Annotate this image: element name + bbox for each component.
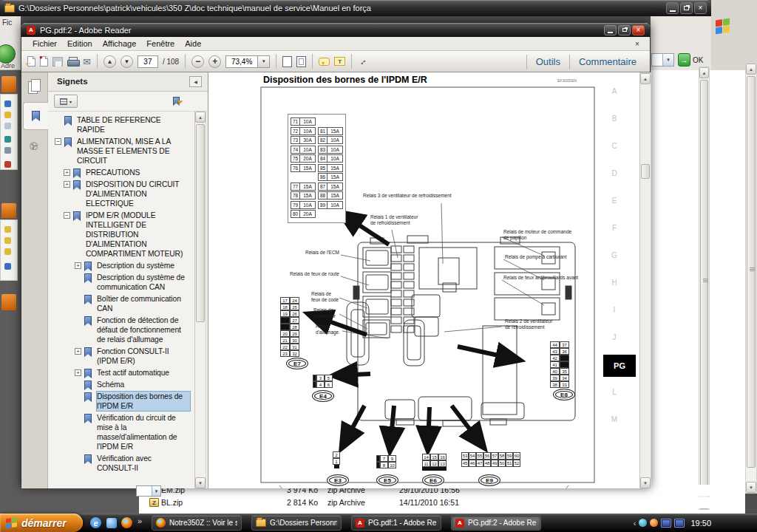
scroll-up-icon[interactable]: ▲ [640,73,651,84]
bookmark-item[interactable]: Schéma [48,380,194,389]
email-icon[interactable]: ✉ [83,57,91,66]
panel-splitter[interactable] [208,72,208,488]
bookmarks-panel-tab[interactable] [23,102,48,130]
bookmark-item[interactable]: +Description du système [48,261,194,270]
comment-button[interactable]: Commentaire [576,56,639,67]
quick-launch-overflow-icon[interactable]: » [138,516,142,525]
tray-app-icon[interactable] [639,519,647,527]
network-icon[interactable] [674,519,685,528]
scroll-down-icon[interactable]: ▼ [746,482,756,493]
chevron-down-icon[interactable]: ▾ [662,54,673,66]
bookmark-item[interactable]: Fonction de détection de défaut de fonct… [48,316,194,344]
reader-close-button[interactable]: × [632,25,645,35]
highlight-text-icon[interactable]: T [334,57,345,66]
menu-affichage[interactable]: Affichage [98,38,142,49]
attachments-panel-icon[interactable]: ✇ [27,139,41,154]
new-bookmark-icon[interactable]: ➤ [173,95,188,108]
tray-update-icon[interactable] [650,519,658,527]
menu-fichier[interactable]: Fichier [27,38,62,49]
pages-panel-icon[interactable] [31,79,41,92]
menu-aide[interactable]: Aide [180,38,206,49]
collapse-panel-icon[interactable]: ◀ [189,76,202,87]
chevron-down-icon[interactable]: ▾ [152,486,160,496]
menu-fenêtre[interactable]: Fenêtre [141,38,180,49]
bookmark-item[interactable]: Boîtier de communication CAN [48,294,194,313]
task-pane-header[interactable] [1,294,16,310]
task-pane-header[interactable] [1,203,16,218]
internet-explorer-icon[interactable]: e [90,517,101,528]
bookmark-item[interactable]: Disposition des bornes de l'IPDM E/R [48,392,194,411]
taskbar-button[interactable]: G:\Dossiers Personne... [251,515,342,531]
scroll-down-icon[interactable]: ▼ [640,477,651,488]
bookmark-item[interactable]: +DISPOSITION DU CIRCUIT D'ALIMENTATION E… [48,180,194,208]
document-close-icon[interactable]: × [632,38,642,49]
file-filter-dropdown[interactable]: ▾ [136,485,161,497]
firefox-icon[interactable] [121,517,132,528]
taskbar-button[interactable]: Notre350Z :: Voir le s... [152,515,242,531]
section-tab-active[interactable]: PG [603,355,636,377]
bookmark-item[interactable]: +Fonction CONSULT-II (IPDM E/R) [48,347,194,366]
taskbar-button[interactable]: APG.pdf:2 - Adobe Re... [451,515,541,531]
bookmark-item[interactable]: Vérification du circuit de mise à la mas… [48,413,194,451]
print-icon[interactable] [67,57,78,66]
scroll-up-icon[interactable]: ▲ [195,112,206,123]
comment-bubble-icon[interactable] [319,58,330,66]
scroll-up-icon[interactable]: ▲ [746,64,756,75]
page-view-icon[interactable] [282,56,292,67]
page-number-input[interactable] [138,55,158,68]
scrollbar-thumb[interactable] [747,76,756,468]
file-name[interactable]: BL.zip [161,498,183,507]
explorer-scrollbar[interactable]: ▲ ▼ [745,63,757,494]
expander-minus-icon[interactable]: − [55,138,61,145]
reader-minimize-button[interactable] [604,25,617,35]
zoom-in-icon[interactable]: + [208,55,221,68]
reader-titlebar[interactable]: A PG.pdf:2 - Adobe Reader × [21,23,650,37]
previous-page-icon[interactable]: ▲ [103,55,116,68]
bookmark-item[interactable]: −ALIMENTATION, MISE A LA MASSE ET ELEMEN… [48,137,194,166]
taskbar-button[interactable]: APG.pdf:1 - Adobe Re... [351,515,441,531]
explorer-restore-button[interactable] [680,2,693,14]
file-row[interactable]: ZBL.zip2 814 Kozip Archive14/11/2010 16:… [139,497,745,508]
fullscreen-icon[interactable]: ↔ [356,55,369,68]
zoom-level[interactable]: 73,4% [225,55,258,68]
explorer-minimize-button[interactable] [666,2,679,14]
explorer-titlebar[interactable]: G:\Dossiers Personnels\patrick\vehicules… [0,0,711,16]
scrollbar-thumb[interactable] [196,124,205,322]
bookmark-options-button[interactable]: ▾ [54,95,78,108]
save-icon[interactable] [52,57,63,66]
create-pdf-icon[interactable]: ● [40,56,48,66]
address-dropdown[interactable]: ▾ [651,53,674,66]
task-pane-header[interactable] [1,76,16,92]
scroll-up-icon[interactable]: ▲ [699,67,709,78]
tray-collapse-icon[interactable]: ‹ [634,519,637,528]
network-icon[interactable] [661,519,671,528]
document-pane[interactable]: Disposition des bornes de l'IPDM E/R EKS… [208,72,639,488]
bookmark-item[interactable]: Description du système de communication … [48,273,194,292]
bookmark-item[interactable]: −IPDM E/R (MODULE INTELLIGENT DE DISTRIB… [48,211,194,259]
document-scrollbar[interactable]: ▲ ▼ [639,72,651,488]
explorer-close-button[interactable]: × [694,2,707,14]
bookmark-item[interactable]: +PRECAUTIONS [48,168,194,177]
scroll-down-icon[interactable]: ▼ [195,477,206,488]
scrollbar-thumb[interactable] [641,164,650,179]
open-file-icon[interactable]: ↩ [27,56,35,66]
bookmark-item[interactable]: +Test actif automatique [48,368,194,378]
expander-plus-icon[interactable]: + [75,348,81,355]
go-button[interactable]: → [678,53,690,66]
scrollbar-thumb[interactable] [700,80,708,486]
zoom-dropdown-icon[interactable]: ▾ [258,55,270,68]
background-scrollbar[interactable]: ▲ ▼ [699,66,710,510]
zoom-out-icon[interactable]: − [191,55,204,68]
messenger-icon[interactable] [106,517,117,528]
bookmark-item[interactable]: TABLE DE REFERENCE RAPIDE [48,115,194,134]
go-button-label[interactable]: OK [693,56,703,64]
expander-plus-icon[interactable]: + [75,369,81,376]
start-button[interactable]: démarrer [0,514,83,532]
expander-plus-icon[interactable]: + [64,169,70,176]
next-page-icon[interactable]: ▼ [120,55,133,68]
reader-maximize-button[interactable] [618,25,631,35]
panel-scrollbar[interactable]: ▲ ▼ [194,111,206,488]
expander-minus-icon[interactable]: − [64,212,70,219]
scroll-view-icon[interactable] [296,56,306,67]
expander-plus-icon[interactable]: + [64,181,70,188]
